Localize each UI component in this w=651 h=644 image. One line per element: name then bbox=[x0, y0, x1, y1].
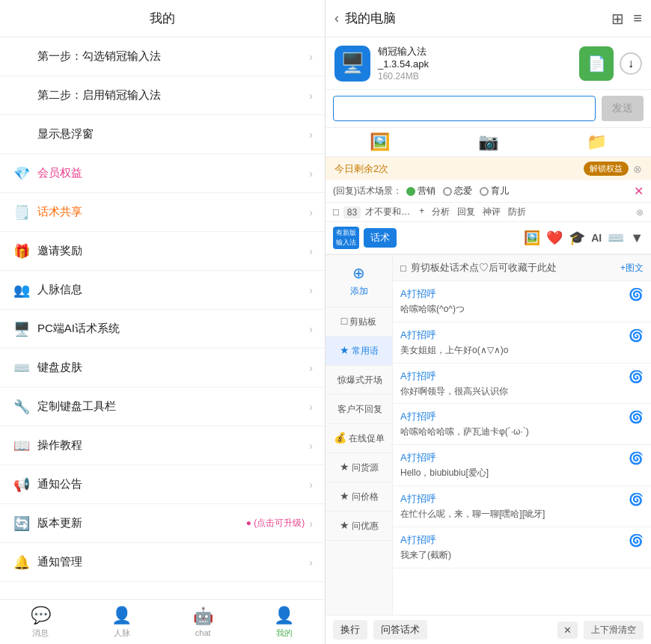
script-entry-6[interactable]: A打招呼🌀我来了(截断) bbox=[393, 527, 651, 568]
entry-options-icon-0[interactable]: 🌀 bbox=[629, 287, 644, 301]
change-line-button[interactable]: 换行 bbox=[333, 620, 367, 640]
sidebar-item-clipboard[interactable]: □剪贴板 bbox=[326, 307, 392, 337]
add-image-text-button[interactable]: +图文 bbox=[620, 262, 644, 275]
menu-item-manage[interactable]: 🔔通知管理› bbox=[0, 543, 325, 582]
menu-icon[interactable]: ≡ bbox=[633, 10, 642, 27]
sidebar-item-discount[interactable]: ★问优惠 bbox=[326, 512, 392, 541]
menu-item-custom[interactable]: 🔧定制键盘工具栏› bbox=[0, 387, 325, 426]
qa-script-button[interactable]: 问答话术 bbox=[373, 620, 427, 640]
analyze-button[interactable]: 分析 bbox=[432, 206, 450, 218]
unlock-button[interactable]: 解锁权益 bbox=[584, 162, 629, 176]
menu-item-float[interactable]: 显示悬浮窗› bbox=[0, 115, 325, 154]
entry-body-2: 你好啊领导，很高兴认识你 bbox=[400, 385, 644, 398]
toolbar-image-icon[interactable]: 🖼️ bbox=[524, 230, 540, 246]
sidebar-label-price: 问价格 bbox=[352, 491, 379, 502]
entry-options-icon-6[interactable]: 🌀 bbox=[629, 533, 644, 548]
menu-item-invite[interactable]: 🎁邀请奖励› bbox=[0, 232, 325, 271]
script-bar-close-button[interactable]: ⊗ bbox=[636, 207, 644, 218]
nav-icon-mine: 👤 bbox=[274, 606, 294, 625]
script-entry-5[interactable]: A打招呼🌀在忙什么呢，来，聊一聊[嘿哈][呲牙] bbox=[393, 486, 651, 527]
screen-share-icon[interactable]: ⊞ bbox=[611, 10, 624, 28]
menu-item-pc[interactable]: 🖥️PC端AI话术系统› bbox=[0, 310, 325, 349]
menu-item-update[interactable]: 🔄版本更新● (点击可升级)› bbox=[0, 504, 325, 543]
sidebar-icon-promo: 💰 bbox=[334, 432, 346, 444]
menu-label-custom: 定制键盘工具栏 bbox=[37, 399, 309, 414]
menu-label-update: 版本更新 bbox=[37, 516, 246, 530]
menu-icon-notice: 📢 bbox=[12, 476, 31, 493]
menu-list: 第一步：勾选销冠输入法›第二步：启用销冠输入法›显示悬浮窗›💎会员权益›🗒️话术… bbox=[0, 37, 325, 599]
menu-icon-pc: 🖥️ bbox=[12, 321, 31, 337]
menu-item-step1[interactable]: 第一步：勾选销冠输入法› bbox=[0, 37, 325, 76]
back-button[interactable]: ‹ bbox=[334, 10, 339, 26]
scene-close-button[interactable]: ✕ bbox=[634, 184, 644, 198]
menu-item-notice[interactable]: 📢通知公告› bbox=[0, 465, 325, 504]
nav-item-message[interactable]: 💬消息 bbox=[0, 600, 82, 644]
entry-options-icon-4[interactable]: 🌀 bbox=[629, 451, 644, 465]
sidebar-label-promo: 在线促单 bbox=[349, 433, 385, 444]
scroll-up-button[interactable]: 上下滑清空 bbox=[584, 621, 644, 640]
script-entry-0[interactable]: A打招呼🌀哈嗦哈嗦(^o^)つ bbox=[393, 281, 651, 322]
nav-icon-chat: 🤖 bbox=[193, 607, 213, 626]
notice-close-button[interactable]: ⊗ bbox=[633, 163, 642, 175]
menu-item-tutorial[interactable]: 📖操作教程› bbox=[0, 426, 325, 465]
entry-options-icon-5[interactable]: 🌀 bbox=[629, 492, 644, 506]
clipboard-icon-sm: □ bbox=[333, 206, 339, 218]
entry-title-3: A打招呼 bbox=[400, 410, 629, 423]
file-download-button[interactable]: 📄 bbox=[579, 46, 614, 81]
scene-option-parenting[interactable]: 育儿 bbox=[480, 185, 509, 197]
image-icon[interactable]: 🖼️ bbox=[370, 132, 390, 152]
download-arrow-button[interactable]: ↓ bbox=[620, 52, 642, 75]
sidebar-item-source[interactable]: ★问货源 bbox=[326, 453, 392, 482]
entry-options-icon-2[interactable]: 🌀 bbox=[629, 369, 644, 384]
toolbar-expand-icon[interactable]: ▼ bbox=[630, 230, 644, 246]
folder-icon[interactable]: 📁 bbox=[587, 132, 607, 152]
menu-label-manage: 通知管理 bbox=[37, 555, 309, 569]
menu-item-keyboard[interactable]: ⌨️键盘皮肤› bbox=[0, 349, 325, 387]
toolbar-icons: 🖼️ ❤️ 🎓 AI ⌨️ ▼ bbox=[524, 230, 644, 246]
send-button[interactable]: 发送 bbox=[602, 96, 644, 121]
bottom-close-button[interactable]: ✕ bbox=[557, 622, 578, 639]
divine-eval-button[interactable]: 神评 bbox=[483, 206, 501, 218]
entry-options-icon-3[interactable]: 🌀 bbox=[629, 410, 644, 424]
entry-options-icon-1[interactable]: 🌀 bbox=[629, 328, 644, 343]
script-item-bar: □ 83 才不要和… + 分析 回复 神评 防折 ⊗ bbox=[326, 203, 651, 222]
sidebar-add-button[interactable]: ⊕添加 bbox=[326, 255, 392, 307]
sidebar-label-hot: 惊爆式开场 bbox=[337, 375, 382, 385]
sidebar-item-noreply[interactable]: 客户不回复 bbox=[326, 395, 392, 424]
plus-analyze-button[interactable]: + bbox=[419, 206, 424, 218]
right-panel: ‹ 我的电脑 ⊞ ≡ 🖥️ 销冠输入法_1.3.54.apk 160.24MB … bbox=[326, 0, 651, 644]
menu-item-network[interactable]: 👥人脉信息› bbox=[0, 271, 325, 310]
sidebar-item-price[interactable]: ★问价格 bbox=[326, 482, 392, 512]
toolbar-ai-icon[interactable]: AI bbox=[591, 232, 602, 244]
clipboard-icon-list: □ bbox=[400, 263, 406, 274]
menu-icon-invite: 🎁 bbox=[12, 243, 31, 260]
camera-icon[interactable]: 📷 bbox=[478, 132, 498, 152]
sidebar-item-promo[interactable]: 💰在线促单 bbox=[326, 424, 392, 453]
script-entry-4[interactable]: A打招呼🌀Hello，biubiubiu[爱心] bbox=[393, 445, 651, 486]
toolbar-grad-icon[interactable]: 🎓 bbox=[569, 230, 585, 246]
script-entry-3[interactable]: A打招呼🌀哈嗦哈哈哈嗦，萨瓦迪卡φ(´·ω·`) bbox=[393, 404, 651, 445]
menu-item-script[interactable]: 🗒️话术共享› bbox=[0, 193, 325, 232]
sidebar-item-hot[interactable]: 惊爆式开场 bbox=[326, 366, 392, 395]
toolbar-tab-script[interactable]: 话术 bbox=[364, 228, 397, 248]
prevent-fold-button[interactable]: 防折 bbox=[508, 206, 526, 218]
nav-item-contact[interactable]: 👤人脉 bbox=[82, 600, 163, 644]
sidebar-label-source: 问货源 bbox=[352, 462, 379, 473]
scene-option-marketing[interactable]: 营销 bbox=[406, 185, 435, 197]
script-entry-2[interactable]: A打招呼🌀你好啊领导，很高兴认识你 bbox=[393, 364, 651, 405]
message-input[interactable] bbox=[333, 96, 596, 121]
right-header: ‹ 我的电脑 ⊞ ≡ bbox=[326, 0, 651, 37]
sidebar-icon-common: ★ bbox=[340, 344, 349, 356]
toolbar-keyboard-icon[interactable]: ⌨️ bbox=[608, 230, 624, 246]
script-entry-1[interactable]: A打招呼🌀美女姐姐，上午好o(∧▽∧)o bbox=[393, 322, 651, 364]
toolbar-heart-icon[interactable]: ❤️ bbox=[546, 230, 563, 246]
menu-item-step2[interactable]: 第二步：启用销冠输入法› bbox=[0, 76, 325, 115]
reply-button[interactable]: 回复 bbox=[457, 206, 475, 218]
scene-option-love[interactable]: 恋爱 bbox=[443, 185, 472, 197]
new-version-badge[interactable]: 有新版 输入法 bbox=[333, 227, 359, 249]
nav-icon-message: 💬 bbox=[31, 606, 51, 625]
nav-item-mine[interactable]: 👤我的 bbox=[244, 600, 326, 644]
menu-item-vip[interactable]: 💎会员权益› bbox=[0, 154, 325, 193]
sidebar-item-common[interactable]: ★常用语 bbox=[326, 337, 392, 366]
nav-item-chat[interactable]: 🤖chat bbox=[162, 600, 244, 644]
